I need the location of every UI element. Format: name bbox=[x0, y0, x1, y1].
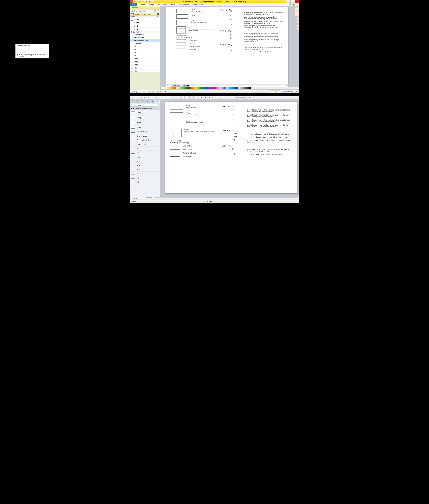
palette-swatch[interactable] bbox=[176, 87, 178, 89]
pin-icon[interactable]: ⟂ bbox=[158, 7, 159, 9]
lib-item-relationship[interactable]: 1:1 bbox=[130, 67, 160, 70]
palette-swatch[interactable] bbox=[204, 87, 206, 89]
mac-item-entity[interactable]: Entity bbox=[130, 125, 160, 130]
mac-next[interactable]: ▶ bbox=[135, 197, 138, 199]
palette-swatch[interactable] bbox=[249, 87, 250, 89]
palette-picker-icon[interactable] bbox=[160, 87, 162, 89]
mac-item-entity[interactable]: Entity bbox=[130, 115, 160, 120]
rt-icon-3[interactable] bbox=[297, 14, 299, 16]
tool-zoom-in-icon[interactable]: 🔍+ bbox=[247, 96, 250, 99]
ribbon-view[interactable]: View bbox=[169, 3, 177, 6]
tab-end[interactable]: ⊕ bbox=[286, 85, 288, 87]
mac-page-1[interactable] bbox=[146, 197, 148, 200]
palette-swatch[interactable] bbox=[170, 87, 171, 89]
lib-item-entity[interactable]: Entity bbox=[130, 18, 160, 21]
palette-swatch[interactable] bbox=[187, 87, 188, 89]
mac-hscroll[interactable] bbox=[154, 197, 298, 200]
qat-new-icon[interactable]: ▫ bbox=[133, 0, 136, 3]
sb-icon-1[interactable] bbox=[269, 90, 271, 93]
tab-prev[interactable]: ‹ bbox=[169, 85, 171, 87]
palette-swatch[interactable] bbox=[235, 87, 236, 89]
tool-line-icon[interactable]: ╲ bbox=[177, 96, 181, 99]
rt-icon-6[interactable] bbox=[297, 25, 299, 27]
tool-table-icon[interactable]: ▦ bbox=[143, 96, 146, 99]
palette-swatch[interactable] bbox=[219, 87, 220, 89]
mac-item-relationship[interactable]: 1:1 bbox=[130, 180, 160, 184]
palette-swatch[interactable] bbox=[212, 87, 214, 89]
close-button[interactable]: ✕ bbox=[295, 0, 299, 3]
mac-item-relationship[interactable]: M:1 bbox=[130, 159, 160, 163]
qat-paste-icon[interactable]: 📋 bbox=[151, 0, 154, 3]
lib-item-relationship[interactable]: M:1 bbox=[130, 54, 160, 57]
palette-swatch[interactable] bbox=[197, 87, 199, 89]
qat-copy-icon[interactable]: ⎘ bbox=[148, 0, 151, 3]
restore-button[interactable]: ❐ bbox=[290, 0, 295, 3]
mac-search-input[interactable] bbox=[132, 104, 159, 106]
lib-item-entity[interactable]: Entity bbox=[130, 21, 160, 25]
zoom-slider[interactable] bbox=[283, 91, 293, 92]
mac-item-relationship[interactable]: Zero or More bbox=[130, 130, 160, 134]
mac-tab-prop-icon[interactable]: ▦ bbox=[145, 100, 150, 103]
minimize-button[interactable]: — bbox=[286, 0, 290, 3]
palette-swatch[interactable] bbox=[175, 87, 176, 89]
palette-swatch[interactable] bbox=[173, 87, 175, 89]
tool-connect-6-icon[interactable]: ⤹ bbox=[167, 96, 170, 99]
lib-item-entity[interactable]: Entity bbox=[130, 28, 160, 31]
palette-swatch[interactable] bbox=[247, 87, 249, 89]
palette-swatch[interactable] bbox=[167, 87, 168, 89]
palette-swatch[interactable] bbox=[230, 87, 231, 89]
ribbon-solutionpark[interactable]: Solution Park bbox=[191, 3, 206, 6]
tool-hand-icon[interactable]: ✋ bbox=[218, 96, 221, 99]
lib-item-relationship[interactable]: One and only One bbox=[130, 39, 160, 42]
lib-item-relationship[interactable]: M:M bbox=[130, 61, 160, 63]
rt-icon-4[interactable] bbox=[297, 17, 299, 20]
canvas-area[interactable]: Entity (with no attributes) Entity (with… bbox=[160, 6, 299, 90]
palette-swatch[interactable] bbox=[216, 87, 218, 89]
search-settings-icon[interactable]: ≣ bbox=[157, 9, 160, 12]
mac-category-close-icon[interactable]: — bbox=[157, 108, 159, 110]
mac-tab-lib-icon[interactable]: ⎘ bbox=[140, 100, 145, 103]
tool-group-1-icon[interactable]: ▣ bbox=[200, 96, 203, 99]
mac-item-relationship[interactable]: 1:1 bbox=[130, 176, 160, 180]
lib-item-relationship[interactable]: Zero or One bbox=[130, 42, 160, 45]
palette-swatch[interactable] bbox=[200, 87, 202, 89]
tool-group-3-icon[interactable]: ▣ bbox=[208, 96, 211, 99]
palette-swatch[interactable] bbox=[228, 87, 230, 89]
palette-swatch[interactable] bbox=[214, 87, 215, 89]
qat-undo-icon[interactable]: ↶ bbox=[142, 0, 145, 3]
palette-swatch[interactable] bbox=[210, 87, 211, 89]
mac-tab-recent-icon[interactable]: ⏱ bbox=[130, 100, 135, 103]
palette-swatch[interactable] bbox=[207, 87, 208, 89]
tab-next[interactable]: › bbox=[190, 85, 192, 87]
lib-item-relationship[interactable]: M:M bbox=[130, 63, 160, 67]
palette-swatch[interactable] bbox=[239, 87, 241, 89]
mac-page-3[interactable] bbox=[150, 197, 152, 200]
lib-item-relationship[interactable]: Zero or More bbox=[130, 33, 160, 36]
mac-canvas[interactable]: Entity (with no attributes) Entity (with… bbox=[160, 100, 299, 197]
palette-swatch[interactable] bbox=[226, 87, 227, 89]
tool-connect-5-icon[interactable]: ↴ bbox=[163, 96, 166, 99]
library-category[interactable]: ERD, crow's foot notation bbox=[130, 13, 160, 16]
palette-swatch[interactable] bbox=[184, 87, 186, 89]
ribbon-help-icon[interactable]: ? bbox=[292, 3, 295, 6]
palette-swatch[interactable] bbox=[236, 87, 238, 89]
palette-swatch[interactable] bbox=[234, 87, 235, 89]
palette-swatch[interactable] bbox=[189, 87, 191, 89]
palette-swatch[interactable] bbox=[232, 87, 234, 89]
hscrollbar[interactable] bbox=[195, 85, 283, 87]
lib-item-relationship[interactable]: 1:1 bbox=[130, 70, 160, 72]
palette-swatch[interactable] bbox=[218, 87, 219, 89]
palette-swatch[interactable] bbox=[178, 87, 179, 89]
tab-first[interactable]: |‹ bbox=[166, 85, 169, 87]
mac-tab-text-icon[interactable]: A bbox=[135, 100, 140, 103]
app-icon[interactable]: O bbox=[130, 0, 133, 3]
library-search-input[interactable] bbox=[130, 9, 153, 12]
tool-zoom-out-icon[interactable]: 🔍- bbox=[232, 96, 235, 99]
tool-group-2-icon[interactable]: ▣ bbox=[204, 96, 207, 99]
palette-swatch[interactable] bbox=[168, 87, 170, 89]
rt-icon-7[interactable] bbox=[297, 28, 299, 30]
mac-item-relationship[interactable]: M:M bbox=[130, 172, 160, 176]
page-select[interactable]: Crow's foot ERD (1/1) bbox=[171, 85, 189, 87]
lib-item-relationship[interactable]: M:1 bbox=[130, 45, 160, 48]
mac-item-relationship[interactable]: One and only One bbox=[130, 138, 160, 142]
